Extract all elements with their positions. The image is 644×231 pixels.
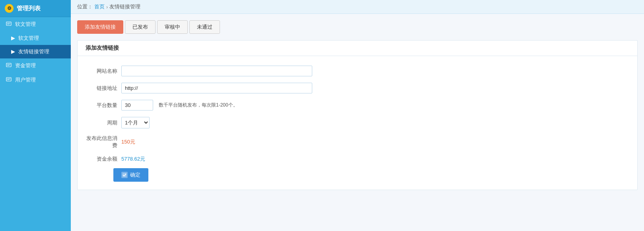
link-url-input[interactable] <box>121 83 312 93</box>
form-title: 添加友情链接 <box>78 41 637 56</box>
breadcrumb: 位置： 首页 › 友情链接管理 <box>71 0 644 14</box>
tab-bar: 添加友情链接 已发布 审核中 未通过 <box>77 20 638 34</box>
breadcrumb-prefix: 位置： <box>77 3 93 10</box>
tab-published[interactable]: 已发布 <box>125 20 156 34</box>
confirm-label: 确定 <box>130 171 140 179</box>
cost-label: 发布此信息消费 <box>86 135 117 149</box>
confirm-icon <box>121 172 128 178</box>
sidebar-sub-item-label: 友情链接管理 <box>18 49 49 54</box>
site-name-label: 网站名称 <box>86 68 117 75</box>
platform-count-hint: 数千平台随机发布，每次限1-200个。 <box>159 102 238 109</box>
breadcrumb-current: 友情链接管理 <box>109 3 140 10</box>
sidebar-item-fund-mgmt[interactable]: 资金管理 <box>0 58 71 73</box>
site-name-input[interactable] <box>121 66 312 76</box>
sidebar-title: 管理列表 <box>17 5 41 12</box>
balance-value: 5778.62元 <box>121 155 145 163</box>
svg-rect-0 <box>6 22 11 25</box>
svg-rect-3 <box>6 63 11 67</box>
breadcrumb-home[interactable]: 首页 <box>94 3 105 10</box>
sidebar-item-label: 资金管理 <box>15 62 36 69</box>
cost-value: 150元 <box>121 138 135 146</box>
form-row-platform-count: 平台数量 数千平台随机发布，每次限1-200个。 <box>78 97 637 114</box>
platform-count-label: 平台数量 <box>86 102 117 109</box>
arrow-icon: ▶ <box>11 35 15 41</box>
confirm-button[interactable]: 确定 <box>113 168 148 182</box>
form-row-balance: 资金余额 5778.62元 <box>78 152 637 166</box>
comment-icon <box>6 21 12 27</box>
tab-rejected[interactable]: 未通过 <box>189 20 220 34</box>
link-url-label: 链接地址 <box>86 85 117 92</box>
sidebar-sub-item-label: 软文管理 <box>18 35 39 41</box>
form-row-site-name: 网站名称 <box>78 62 637 80</box>
form-row-period: 周期 1个月 3个月 6个月 12个月 <box>78 114 637 132</box>
user-icon <box>6 77 12 83</box>
main-content: 位置： 首页 › 友情链接管理 添加友情链接 已发布 审核中 未通过 添加友情链… <box>71 0 644 231</box>
sidebar-item-label: 用户管理 <box>15 76 36 83</box>
svg-rect-6 <box>6 78 11 81</box>
period-label: 周期 <box>86 119 117 126</box>
fund-icon <box>6 62 12 69</box>
form-row-cost: 发布此信息消费 150元 <box>78 132 637 152</box>
sidebar-group: 软文管理 ▶ 软文管理 ▶ 友情链接管理 资金管理 用户管理 <box>0 17 71 87</box>
breadcrumb-sep: › <box>106 4 108 10</box>
arrow-icon: ▶ <box>11 49 15 54</box>
sidebar: ⚙ 管理列表 软文管理 ▶ 软文管理 ▶ 友情链接管理 资金管理 <box>0 0 71 231</box>
sidebar-header: ⚙ 管理列表 <box>0 0 71 17</box>
form-row-link-url: 链接地址 <box>78 80 637 97</box>
tab-add[interactable]: 添加友情链接 <box>77 20 123 34</box>
form-card: 添加友情链接 网站名称 链接地址 平台数量 数千平台随机发布，每次限1-200个… <box>77 40 638 190</box>
sidebar-item-soft-mgmt[interactable]: 软文管理 <box>0 17 71 31</box>
sidebar-sub-item-soft-mgmt[interactable]: ▶ 软文管理 <box>0 31 71 45</box>
platform-count-input[interactable] <box>121 100 153 111</box>
sidebar-logo-icon: ⚙ <box>5 4 14 13</box>
sidebar-sub-item-friend-link[interactable]: ▶ 友情链接管理 <box>0 45 71 58</box>
period-select[interactable]: 1个月 3个月 6个月 12个月 <box>121 117 150 128</box>
content-area: 添加友情链接 已发布 审核中 未通过 添加友情链接 网站名称 链接地址 平台数量… <box>71 14 644 231</box>
sidebar-item-label: 软文管理 <box>15 21 36 28</box>
tab-reviewing[interactable]: 审核中 <box>157 20 188 34</box>
balance-label: 资金余额 <box>86 155 117 163</box>
sidebar-item-user-mgmt[interactable]: 用户管理 <box>0 73 71 87</box>
